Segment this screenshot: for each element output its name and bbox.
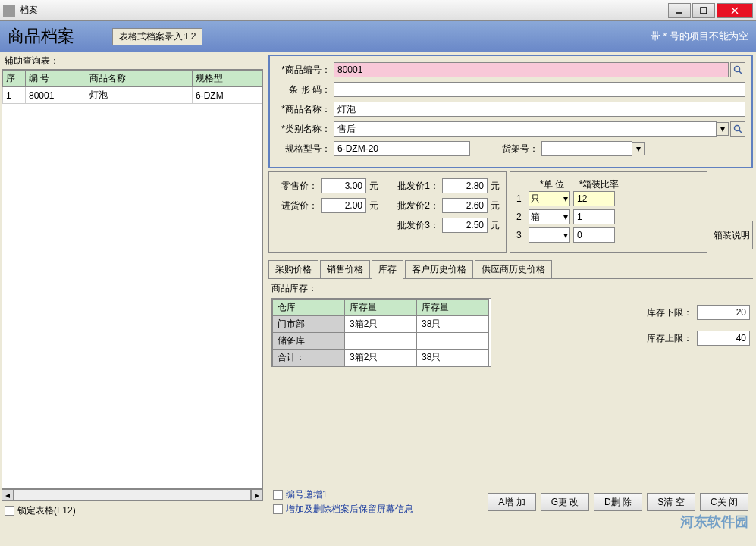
app-icon bbox=[3, 5, 15, 17]
required-note: 带 * 号的项目不能为空 bbox=[651, 30, 748, 43]
table-row: 门市部 3箱2只 38只 bbox=[273, 316, 489, 333]
tab-purchase-price[interactable]: 采购价格 bbox=[268, 260, 318, 278]
right-panel: *商品编号： 条 形 码： *商品名称： *类别名称： ▾ 规格型号： bbox=[265, 52, 756, 522]
price-box: 零售价： 元 进货价： 元 批发价1： bbox=[268, 171, 507, 253]
shelf-dropdown-icon[interactable]: ▾ bbox=[632, 142, 645, 155]
name-label: *商品名称： bbox=[276, 103, 331, 116]
add-button[interactable]: A增 加 bbox=[488, 493, 536, 511]
window-title: 档案 bbox=[20, 4, 668, 17]
table-entry-f2-button[interactable]: 表格式档案录入:F2 bbox=[112, 28, 202, 46]
barcode-input[interactable] bbox=[334, 82, 745, 97]
stock-area: 商品库存： 仓库 库存量 库存量 门市部 3箱2只 38只 bbox=[268, 279, 753, 485]
ratio2-input[interactable] bbox=[573, 209, 615, 224]
spec-label: 规格型号： bbox=[276, 143, 331, 155]
shelf-label: 货架号： bbox=[470, 143, 538, 155]
category-label: *类别名称： bbox=[276, 123, 331, 136]
keep-info-checkbox[interactable] bbox=[273, 504, 283, 514]
tabs: 采购价格 销售价格 库存 客户历史价格 供应商历史价格 bbox=[268, 260, 753, 279]
keep-info-label: 增加及删除档案后保留屏幕信息 bbox=[286, 503, 413, 516]
product-form: *商品编号： 条 形 码： *商品名称： *类别名称： ▾ 规格型号： bbox=[268, 55, 753, 168]
barcode-label: 条 形 码： bbox=[276, 83, 331, 96]
lock-table-label: 锁定表格(F12) bbox=[17, 504, 76, 517]
left-panel: 辅助查询表： 序 编 号 商品名称 规格型 1 80001 灯泡 6-DZM ◂ bbox=[0, 52, 265, 522]
cost-price-input[interactable] bbox=[321, 198, 366, 213]
box-desc-button[interactable]: 箱装说明 bbox=[711, 221, 753, 249]
category-dropdown-icon[interactable]: ▾ bbox=[717, 122, 729, 136]
wholesale3-input[interactable] bbox=[442, 218, 488, 233]
lock-table-checkbox[interactable] bbox=[5, 506, 14, 516]
category-input[interactable] bbox=[334, 121, 717, 136]
page-title: 商品档案 bbox=[8, 25, 74, 48]
maximize-button[interactable] bbox=[692, 3, 715, 18]
svg-point-6 bbox=[735, 126, 740, 131]
stock-lower-label: 库存下限： bbox=[647, 306, 692, 319]
titlebar: 档案 bbox=[0, 0, 756, 21]
stock-upper-input[interactable] bbox=[697, 331, 750, 346]
wholesale1-input[interactable] bbox=[442, 178, 488, 193]
tab-supplier-history[interactable]: 供应商历史价格 bbox=[475, 260, 552, 278]
close-button[interactable] bbox=[717, 3, 753, 18]
close-footer-button[interactable]: C关 闭 bbox=[700, 493, 748, 511]
stock-lower-input[interactable] bbox=[697, 305, 750, 320]
code-label: *商品编号： bbox=[276, 64, 331, 77]
svg-line-7 bbox=[739, 130, 742, 133]
unit1-select[interactable]: 只▾ bbox=[529, 191, 570, 206]
delete-button[interactable]: D删 除 bbox=[594, 493, 642, 511]
shelf-input[interactable] bbox=[541, 141, 632, 156]
ratio1-input[interactable] bbox=[573, 191, 615, 206]
tab-customer-history[interactable]: 客户历史价格 bbox=[405, 260, 473, 278]
ratio3-input[interactable] bbox=[573, 228, 615, 243]
col-code: 编 号 bbox=[26, 71, 86, 87]
aux-query-label: 辅助查询表： bbox=[2, 53, 263, 69]
horizontal-scrollbar[interactable]: ◂ ▸ bbox=[2, 489, 263, 501]
unit-box: *单 位 *箱装比率 1 只▾ 2 箱▾ 3 ▾ bbox=[510, 171, 707, 253]
col-spec: 规格型 bbox=[193, 71, 262, 87]
wholesale2-input[interactable] bbox=[442, 198, 488, 213]
minimize-button[interactable] bbox=[668, 3, 691, 18]
col-seq: 序 bbox=[3, 71, 26, 87]
code-search-button[interactable] bbox=[730, 62, 745, 77]
aux-query-table[interactable]: 序 编 号 商品名称 规格型 1 80001 灯泡 6-DZM bbox=[2, 69, 263, 489]
col-name: 商品名称 bbox=[86, 71, 193, 87]
unit3-select[interactable]: ▾ bbox=[529, 228, 570, 243]
stock-label: 商品库存： bbox=[271, 282, 613, 295]
svg-point-4 bbox=[735, 67, 740, 72]
clear-button[interactable]: S清 空 bbox=[647, 493, 695, 511]
auto-increment-checkbox[interactable] bbox=[273, 490, 283, 500]
category-search-button[interactable] bbox=[730, 121, 745, 136]
retail-price-input[interactable] bbox=[321, 178, 366, 193]
spec-input[interactable] bbox=[334, 141, 470, 156]
table-row: 合计： 3箱2只 38只 bbox=[273, 350, 489, 366]
scroll-right-icon[interactable]: ▸ bbox=[251, 489, 263, 501]
page-header: 商品档案 表格式档案录入:F2 带 * 号的项目不能为空 bbox=[0, 21, 756, 52]
auto-increment-label: 编号递增1 bbox=[286, 488, 328, 501]
svg-line-5 bbox=[739, 71, 742, 74]
tab-sale-price[interactable]: 销售价格 bbox=[320, 260, 370, 278]
scroll-left-icon[interactable]: ◂ bbox=[2, 489, 14, 501]
footer: 编号递增1 增加及删除档案后保留屏幕信息 A增 加 G更 改 D删 除 S清 空… bbox=[268, 485, 753, 519]
table-row: 储备库 bbox=[273, 333, 489, 350]
table-row[interactable]: 1 80001 灯泡 6-DZM bbox=[3, 87, 262, 104]
tab-stock[interactable]: 库存 bbox=[372, 260, 403, 279]
svg-rect-1 bbox=[701, 8, 707, 14]
unit2-select[interactable]: 箱▾ bbox=[529, 209, 570, 224]
stock-upper-label: 库存上限： bbox=[647, 332, 692, 345]
code-input[interactable] bbox=[334, 62, 729, 77]
stock-table: 仓库 库存量 库存量 门市部 3箱2只 38只 储备库 bbox=[271, 298, 491, 367]
name-input[interactable] bbox=[334, 102, 745, 117]
modify-button[interactable]: G更 改 bbox=[541, 493, 589, 511]
